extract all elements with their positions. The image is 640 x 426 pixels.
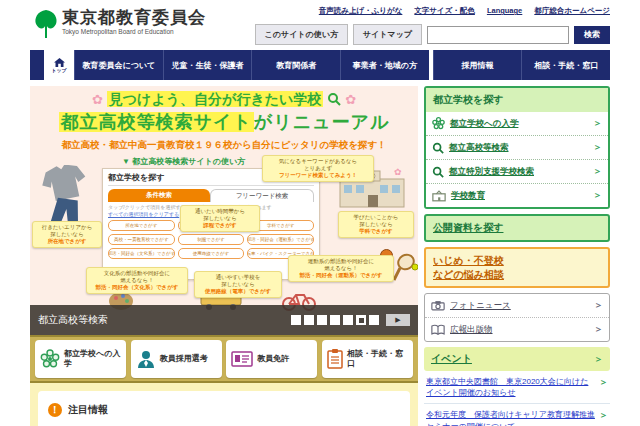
- site-header: 東京都教育委員会 Tokyo Metropolitan Board of Edu…: [30, 0, 610, 50]
- carousel-dot[interactable]: [369, 315, 379, 325]
- chevron-right-icon: ＞: [594, 323, 603, 336]
- flower-icon: [40, 349, 60, 369]
- main-nav: トップ 教育委員会について 児童・生徒・保護者 教育関係者 事業者・地域の方 採…: [30, 50, 610, 80]
- chevron-right-icon: ＞: [593, 165, 602, 178]
- featured-card: ！ 注目情報: [38, 391, 410, 426]
- nav-item-students[interactable]: 児童・生徒・保護者: [163, 50, 252, 80]
- banner-subheadline: 都立高校・都立中高一貫教育校１９６校から自分にピッタリの学校を探す！: [30, 139, 418, 152]
- logo-title: 東京都教育委員会: [62, 9, 206, 28]
- sitemap-button[interactable]: サイトマップ: [353, 24, 422, 45]
- carousel-bar: 都立高校等検索 ▶: [30, 305, 418, 335]
- utility-links: 音声読み上げ・ふりがな 文字サイズ・配色 Language 都庁総合ホームページ: [319, 6, 610, 16]
- search-icon: [432, 142, 444, 154]
- link-metro-home[interactable]: 都庁総合ホームページ: [534, 6, 610, 16]
- sakura-icon: ✿: [345, 92, 356, 107]
- nav-home[interactable]: トップ: [44, 50, 74, 80]
- link-voice-reading[interactable]: 音声読み上げ・ふりがな: [319, 6, 403, 16]
- camera-icon: [431, 300, 445, 311]
- bullying-consultation-link[interactable]: いじめ・不登校 などの悩み相談: [424, 247, 610, 288]
- condition-button[interactable]: 高校・一貫教育校でさがす: [108, 234, 175, 245]
- featured-band: ！ 注目情報: [30, 383, 418, 426]
- carousel-title: 都立高校等検索: [38, 313, 291, 327]
- link-font-size[interactable]: 文字サイズ・配色: [414, 6, 475, 16]
- carousel-dot[interactable]: [343, 315, 353, 325]
- howto-title: ▼ 都立高校等検索サイトの使い方: [122, 156, 245, 167]
- nav-item-recruit[interactable]: 採用情報: [433, 50, 522, 80]
- quicklink-teacher-license[interactable]: 教員免許: [226, 340, 317, 378]
- site-logo[interactable]: 東京都教育委員会 Tokyo Metropolitan Board of Edu…: [34, 9, 206, 39]
- banner-headline-1: ✿ 見つけよう、自分が行きたい学校 ✿: [30, 86, 418, 109]
- nav-item-business[interactable]: 事業者・地域の方: [340, 50, 429, 80]
- photo-news-link[interactable]: フォトニュース ＞: [425, 294, 609, 318]
- events-header-link[interactable]: イベント ＞: [424, 347, 610, 371]
- condition-button[interactable]: 部活・同好会（運動系）でさがす: [247, 234, 314, 245]
- carousel-dot[interactable]: [330, 315, 340, 325]
- condition-button[interactable]: 所在地でさがす: [108, 220, 175, 231]
- bubble-subject: 学びたいことから探したいなら学科でさがす: [338, 211, 414, 238]
- chevron-right-icon: ＞: [593, 141, 602, 154]
- quicklink-consultation[interactable]: 相談・手続・窓口: [322, 340, 413, 378]
- license-card-icon: [231, 351, 253, 367]
- book-icon: [431, 324, 445, 335]
- public-documents-link[interactable]: 公開資料を探す: [424, 214, 610, 242]
- carousel-dots: ▶: [291, 314, 410, 326]
- banner-headline-2: 都立高校等検索サイトがリニューアル: [30, 110, 418, 134]
- nav-stub: [30, 50, 44, 80]
- nav-home-label: トップ: [51, 67, 66, 73]
- tab-condition-search[interactable]: 条件検索: [108, 189, 210, 202]
- flower-icon: [432, 117, 445, 130]
- magnifier-icon: [327, 92, 341, 106]
- quicklink-teacher-recruit[interactable]: 教員採用選考: [131, 340, 222, 378]
- condition-button[interactable]: 制服でさがす: [178, 234, 245, 245]
- clipboard-icon: [327, 349, 343, 369]
- person-icon: [136, 349, 156, 369]
- uniform-illustration: [38, 165, 94, 227]
- home-icon: [54, 58, 65, 67]
- link-language[interactable]: Language: [487, 6, 522, 16]
- carousel-dot[interactable]: [317, 315, 327, 325]
- bubble-train-line: 通いやすい学校を探したいなら使用路線（電車）でさがす: [194, 271, 282, 298]
- chevron-right-icon: ＞: [599, 376, 608, 389]
- bubble-culture-club: 文化系の部活動や同好会に燃えるなら！部活・同好会（文化系）でさがす: [86, 267, 188, 294]
- media-box: フォトニュース ＞ 広報出版物 ＞: [424, 293, 610, 342]
- carousel-dot[interactable]: [304, 315, 314, 325]
- sakura-icon: ✿: [92, 92, 103, 107]
- hero-banner[interactable]: ✿ 見つけよう、自分が行きたい学校 ✿ 都立高校等検索サイトがリニューアル 都立…: [30, 86, 418, 335]
- tokyo-leaf-icon: [34, 9, 58, 39]
- publications-link[interactable]: 広報出版物 ＞: [425, 318, 609, 341]
- chevron-right-icon: ＞: [593, 189, 602, 202]
- featured-title: 注目情報: [68, 403, 108, 417]
- sidebar-item-school-education[interactable]: 学校教育 ＞: [426, 184, 608, 207]
- tennis-racket-icon: [392, 253, 418, 283]
- site-usage-button[interactable]: このサイトの使い方: [255, 24, 348, 45]
- condition-button[interactable]: 使用路線でさがす: [178, 248, 245, 259]
- banner-infographic: ▼ 都立高校等検索サイトの使い方 都立学校を探す 条件検索 フリーワード検索 タ…: [30, 155, 418, 305]
- nav-item-contact[interactable]: 相談・手続・窓口: [521, 50, 610, 80]
- tab-freeword-search[interactable]: フリーワード検索: [210, 189, 314, 202]
- nav-item-educators[interactable]: 教育関係者: [251, 50, 340, 80]
- sidebar-item-admission[interactable]: 都立学校への入学 ＞: [426, 112, 608, 136]
- quicklink-admission[interactable]: 都立学校への入学: [35, 340, 126, 378]
- school-icon: [432, 190, 446, 202]
- carousel-dot-active[interactable]: [356, 315, 366, 325]
- svg-text:✿: ✿: [394, 167, 402, 177]
- chevron-right-icon: ＞: [599, 409, 608, 422]
- bubble-freeword: 気になるキーワードがあるならとりあえずフリーワード検索してみよう！: [262, 155, 374, 182]
- nav-item-about[interactable]: 教育委員会について: [74, 50, 163, 80]
- bubble-location: 行きたいエリアから探したいなら所在地でさがす: [32, 221, 102, 248]
- sidebar-item-special-school-search[interactable]: 都立特別支援学校検索 ＞: [426, 160, 608, 184]
- school-search-box: 都立学校を探す 都立学校への入学 ＞ 都立高校等検索 ＞ 都立特別支援学校検: [424, 86, 610, 209]
- search-icon: [432, 166, 444, 178]
- search-input[interactable]: [427, 26, 569, 44]
- chevron-right-icon: ＞: [594, 299, 603, 312]
- event-link-library[interactable]: 東京都立中央図書館 東京2020大会に向けたイベント開催のお知らせ ＞: [424, 371, 610, 404]
- search-button[interactable]: 検索: [574, 26, 610, 44]
- sidebar-item-school-search[interactable]: 都立高校等検索 ＞: [426, 136, 608, 160]
- event-link-career-seminar[interactable]: 令和元年度 保護者向けキャリア教育理解推進セミナーの開催について ＞: [424, 404, 610, 426]
- exclamation-icon: ！: [48, 403, 62, 417]
- school-search-title: 都立学校を探す: [426, 88, 608, 112]
- condition-button[interactable]: 部活・同好会（文化系）でさがす: [108, 248, 175, 259]
- chevron-right-icon: ＞: [593, 117, 602, 130]
- carousel-play-button[interactable]: ▶: [386, 314, 410, 326]
- carousel-dot[interactable]: [291, 315, 301, 325]
